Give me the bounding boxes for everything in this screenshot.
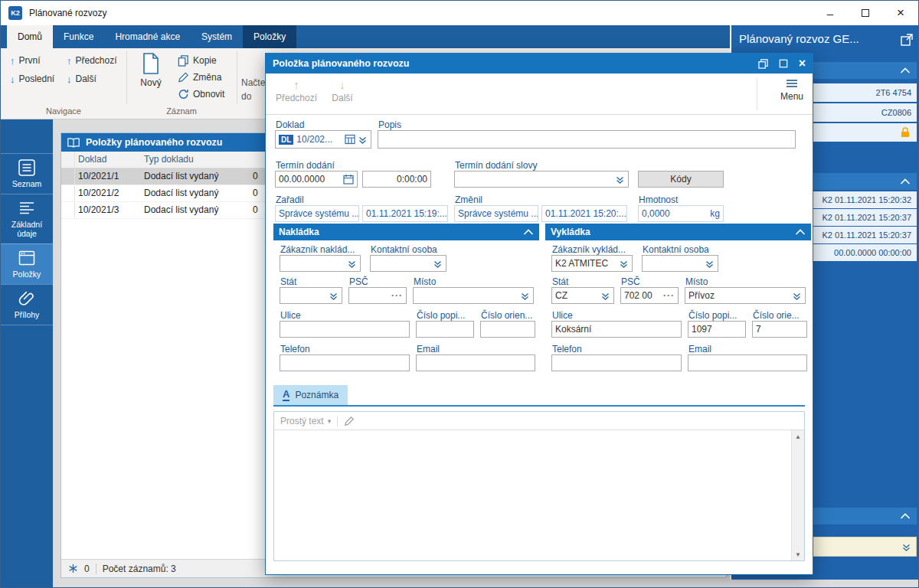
dropdown-icon[interactable]	[702, 259, 715, 269]
next-record-button[interactable]: ↓ Další	[64, 71, 100, 87]
misto-label: Místo	[414, 276, 436, 287]
vykladka-email-field[interactable]	[688, 354, 807, 371]
column-doklad[interactable]: Doklad	[75, 152, 141, 168]
dropdown-icon[interactable]	[616, 259, 629, 269]
dropdown-icon[interactable]	[518, 291, 530, 301]
copy-button[interactable]: Kopie	[172, 53, 220, 68]
vykladka-telefon-field[interactable]	[551, 354, 682, 371]
row-marker-column	[61, 152, 75, 168]
editor-mode-select[interactable]: Prostý text	[280, 416, 324, 426]
sidebar-item-prilohy[interactable]: Přílohy	[1, 284, 53, 325]
tab-domu[interactable]: Domů	[7, 25, 53, 48]
nakladka-misto-field[interactable]	[413, 287, 534, 304]
nakladka-kontakt-field[interactable]	[370, 255, 446, 272]
down-arrow-icon: ↓	[67, 74, 72, 85]
refresh-button[interactable]: Obnovit	[172, 87, 227, 102]
vykladka-ulice-field[interactable]: Koksární	[551, 321, 682, 338]
previous-record-button[interactable]: ↑ Předchozí	[64, 53, 120, 68]
dock-icon[interactable]	[758, 59, 768, 69]
note-text-area[interactable]: ▲ ▼	[274, 430, 804, 560]
stat-label: Stát	[552, 276, 568, 287]
termin-date-field[interactable]: 00.00.0000	[275, 171, 358, 188]
kody-button[interactable]: Kódy	[638, 171, 724, 188]
popis-field[interactable]	[378, 130, 796, 149]
maximize-icon[interactable]	[848, 1, 883, 25]
editor-toolbar: Prostý text ▾	[274, 412, 804, 430]
nakladka-psc-field[interactable]: ···	[348, 287, 407, 304]
ellipsis-button[interactable]: ···	[391, 290, 403, 301]
vykladka-misto-field[interactable]: Přívoz	[685, 287, 806, 304]
titlebar: K2 Plánované rozvozy – ×	[1, 1, 918, 25]
document-select-icon[interactable]	[342, 134, 355, 145]
close-icon[interactable]: ×	[799, 57, 806, 70]
hmotnost-value: 0,0000	[642, 208, 670, 219]
termin-slovy-label: Termín dodání slovy	[455, 160, 537, 171]
vertical-scrollbar[interactable]: ▲ ▼	[791, 430, 804, 560]
nakladka-zakaznik-field[interactable]	[280, 255, 361, 272]
ellipsis-button[interactable]: ···	[663, 290, 675, 301]
co-value: 7	[756, 324, 761, 335]
dropdown-icon[interactable]	[598, 291, 610, 301]
dropdown-icon[interactable]	[613, 175, 625, 185]
column-typ-dokladu[interactable]: Typ dokladu	[141, 152, 250, 168]
row-marker	[61, 168, 75, 185]
tab-funkce[interactable]: Funkce	[53, 25, 104, 48]
nakladka-email-field[interactable]	[416, 354, 535, 371]
dropdown-icon[interactable]	[355, 135, 368, 145]
dropdown-icon[interactable]	[326, 291, 338, 301]
termin-slovy-field[interactable]	[454, 171, 629, 188]
vykladka-zakaznik-field[interactable]: K2 ATMITEC	[551, 255, 633, 272]
maximize-icon[interactable]	[779, 59, 788, 68]
dropdown-icon[interactable]	[790, 291, 802, 301]
calendar-icon[interactable]	[341, 174, 354, 185]
next-item-button[interactable]: ↓ Další	[324, 78, 361, 103]
first-record-button[interactable]: ↑ První	[7, 53, 44, 68]
sidebar-item-polozky[interactable]: Položky	[1, 243, 53, 284]
sidebar-label: Přílohy	[15, 310, 40, 319]
tab-poznamka[interactable]: A Poznámka	[273, 385, 348, 405]
telefon-label: Telefon	[280, 344, 310, 354]
minimize-icon[interactable]: –	[813, 1, 848, 25]
edit-button[interactable]: Změna	[172, 70, 224, 85]
doklad-field[interactable]: DL 10/202...	[275, 130, 371, 149]
last-record-button[interactable]: ↓ Poslední	[7, 71, 57, 87]
scroll-up-icon[interactable]: ▲	[792, 430, 804, 443]
tab-hromadne-akce[interactable]: Hromadné akce	[104, 25, 191, 48]
collapse-icon[interactable]	[523, 229, 534, 235]
close-icon[interactable]: ×	[883, 1, 918, 25]
dropdown-icon[interactable]	[430, 259, 443, 269]
collapse-icon[interactable]	[795, 229, 806, 235]
nakladka-telefon-field[interactable]	[280, 354, 410, 371]
open-external-icon[interactable]	[900, 33, 914, 47]
tab-system[interactable]: Systém	[191, 25, 243, 48]
tab-polozky[interactable]: Položky	[243, 25, 296, 48]
nak​ladka-cp-field[interactable]	[416, 321, 474, 338]
hmotnost-field[interactable]: 0,0000 kg	[638, 205, 724, 222]
app-logo-icon: K2	[8, 6, 22, 20]
dropdown-icon[interactable]	[345, 259, 357, 269]
termin-time-field[interactable]: 0:00:00	[362, 171, 431, 188]
nakladka-header[interactable]: Nakládka	[273, 224, 539, 240]
vykladka-cp-field[interactable]: 1097	[688, 321, 746, 338]
new-record-button[interactable]: Nový	[132, 53, 169, 88]
vykladka-stat-field[interactable]: CZ	[551, 287, 614, 304]
psc-label: PSČ	[621, 276, 640, 287]
edit-pencil-icon[interactable]	[344, 416, 355, 426]
vykladka-psc-field[interactable]: 702 00 ···	[620, 287, 679, 304]
dialog-titlebar[interactable]: Položka plánovaného rozvozu ×	[266, 54, 813, 74]
chevron-down-icon[interactable]: ▾	[328, 417, 332, 425]
sidebar-item-seznam[interactable]: Seznam	[1, 153, 53, 194]
scroll-down-icon[interactable]: ▼	[792, 548, 804, 560]
previous-item-button[interactable]: ↑ Předchozí	[272, 78, 321, 103]
zmenil-time-field: 01.11.2021 15:20:...	[541, 205, 627, 222]
nakladka-stat-field[interactable]	[280, 287, 342, 304]
vykladka-kontakt-field[interactable]	[642, 255, 718, 272]
items-window-icon	[18, 250, 35, 266]
sidebar-item-zakladni-udaje[interactable]: Základní údaje	[1, 194, 53, 243]
menu-button[interactable]: Menu	[780, 79, 803, 102]
nakladka-co-field[interactable]	[480, 321, 535, 338]
group-title: Nakládka	[279, 227, 319, 237]
nakladka-ulice-field[interactable]	[280, 321, 410, 338]
vykladka-co-field[interactable]: 7	[752, 321, 807, 338]
vykladka-header[interactable]: Vykládka	[545, 224, 811, 240]
